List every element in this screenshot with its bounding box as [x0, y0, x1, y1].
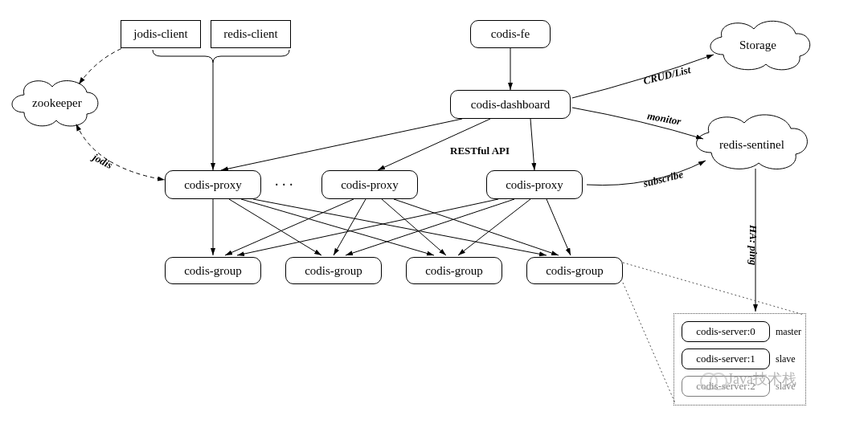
svg-line-6: [382, 199, 446, 255]
codis-group-2-label: codis-group: [305, 264, 362, 278]
proxy-dots: · · ·: [275, 177, 293, 194]
codis-group-3-label: codis-group: [425, 264, 483, 278]
edge-dashboard-proxy3: [530, 119, 534, 170]
codis-proxy-1-label: codis-proxy: [184, 178, 242, 192]
codis-fe-box: codis-fe: [470, 20, 551, 48]
codis-server-0-label: codis-server:0: [696, 325, 755, 338]
codis-proxy-3-box: codis-proxy: [486, 170, 583, 199]
redis-client-box: redis-client: [211, 20, 291, 48]
ha-ping-edge-label: HA: ping: [747, 225, 760, 265]
svg-line-2: [241, 199, 434, 255]
watermark-text: Java技术栈: [727, 369, 796, 389]
svg-line-11: [547, 199, 571, 255]
codis-proxy-2-label: codis-proxy: [341, 178, 399, 192]
edge-dashboard-proxy1: [221, 119, 462, 170]
slave-label-1: slave: [776, 353, 796, 365]
codis-server-0-box: codis-server:0: [682, 321, 770, 342]
svg-line-9: [346, 199, 514, 255]
svg-line-8: [237, 199, 498, 255]
svg-line-10: [458, 199, 530, 255]
codis-group-2-box: codis-group: [285, 257, 382, 284]
edge-dashboard-sentinel: [572, 108, 703, 139]
svg-point-13: [710, 373, 727, 389]
codis-proxy-1-box: codis-proxy: [165, 170, 261, 199]
client-bracket: [153, 50, 289, 63]
storage-label: Storage: [739, 39, 776, 52]
edges-proxy-group: [213, 199, 571, 255]
zookeeper-label: zookeeper: [32, 96, 82, 110]
codis-group-1-box: codis-group: [165, 257, 261, 284]
jodis-client-label: jodis-client: [133, 27, 188, 41]
codis-group-4-label: codis-group: [546, 264, 604, 278]
codis-fe-label: codis-fe: [491, 27, 530, 41]
codis-server-1-label: codis-server:1: [696, 353, 755, 365]
codis-group-4-box: codis-group: [526, 257, 623, 284]
restful-api-edge-label: RESTful API: [450, 145, 510, 157]
jodis-client-box: jodis-client: [121, 20, 201, 48]
svg-point-12: [701, 373, 717, 389]
codis-dashboard-label: codis-dashboard: [471, 98, 550, 112]
master-label: master: [776, 326, 801, 338]
svg-line-7: [394, 199, 559, 255]
codis-dashboard-box: codis-dashboard: [450, 90, 571, 119]
redis-client-label: redis-client: [223, 27, 277, 41]
codis-server-1-box: codis-server:1: [682, 348, 770, 369]
codis-group-1-label: codis-group: [184, 264, 242, 278]
panel-connector-top: [623, 263, 804, 315]
svg-line-4: [225, 199, 354, 255]
codis-group-3-box: codis-group: [406, 257, 502, 284]
redis-sentinel-label: redis-sentinel: [719, 138, 784, 152]
watermark-icon: [699, 369, 731, 393]
codis-proxy-3-label: codis-proxy: [506, 178, 563, 192]
edge-zookeeper-proxy: [76, 124, 165, 180]
svg-line-3: [253, 199, 547, 255]
panel-connector-bottom: [623, 283, 675, 403]
codis-proxy-2-box: codis-proxy: [321, 170, 418, 199]
